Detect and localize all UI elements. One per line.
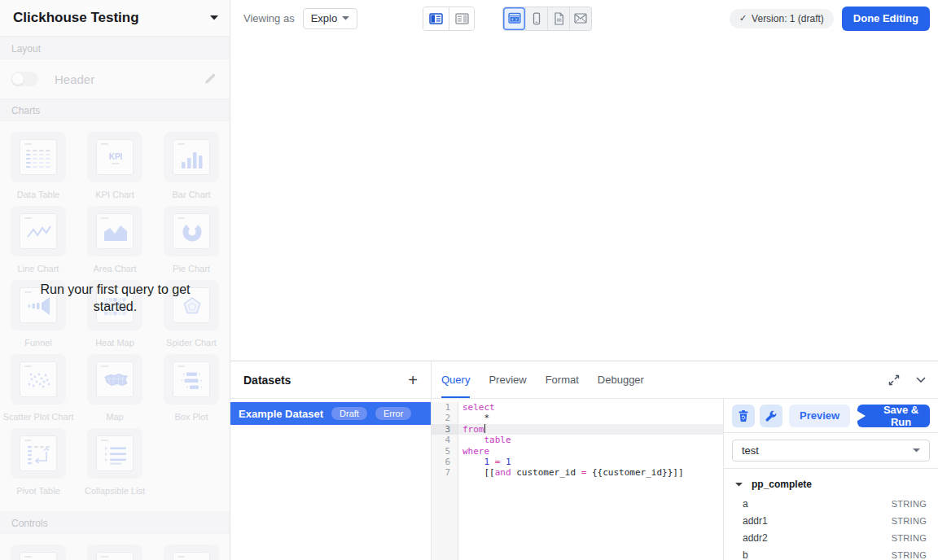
chart-card-control[interactable] — [77, 545, 153, 560]
line-number: 1 — [432, 402, 458, 413]
card-data-table — [11, 132, 66, 182]
charts-grid: Data Table KPI KPI Chart Bar Chart Line … — [0, 121, 230, 502]
viewing-as-label: Viewing as — [243, 12, 295, 24]
save-and-run-button[interactable]: Save & Run — [857, 405, 930, 427]
query-tabbar: QueryPreviewFormatDebugger — [432, 361, 938, 399]
check-icon: ✓ — [739, 13, 747, 24]
panel-right-icon — [455, 12, 469, 25]
pencil-icon[interactable] — [204, 72, 217, 85]
delete-query-button[interactable] — [732, 405, 755, 427]
chart-card-map[interactable]: Map — [77, 354, 153, 428]
header-toggle-label: Header — [55, 72, 204, 86]
format-query-button[interactable] — [760, 405, 782, 427]
schema-column-row[interactable]: b STRING — [735, 546, 927, 560]
preview-button[interactable]: Preview — [789, 405, 850, 427]
dashboard-canvas[interactable] — [230, 37, 938, 361]
column-name: a — [743, 498, 748, 510]
schema-column-row[interactable]: addr2 STRING — [735, 529, 927, 546]
table-select[interactable]: test — [732, 440, 930, 462]
svg-text:KPI: KPI — [109, 152, 123, 161]
dropdown-control-icon — [20, 552, 57, 560]
code-line: 4 table — [432, 435, 723, 445]
play-icon — [857, 411, 866, 421]
chart-card-data-table[interactable]: Data Table — [0, 132, 77, 206]
chart-card-area-chart[interactable]: Area Chart — [77, 206, 153, 280]
collapsible-list-icon — [96, 435, 134, 471]
code-line: 7 [[and customer_id = {{customer_id}}]] — [432, 467, 723, 478]
dropdown-control-icon — [173, 552, 210, 560]
chart-card-control[interactable] — [0, 545, 77, 560]
done-editing-button[interactable]: Done Editing — [842, 7, 930, 31]
expand-panel-icon[interactable] — [888, 361, 901, 398]
text-cursor — [484, 424, 485, 433]
card-control — [11, 545, 66, 560]
schema-column-row[interactable]: addr1 STRING — [735, 512, 927, 529]
datasets-panel: Datasets + Example DatasetDraftError — [230, 361, 432, 560]
charts-section-label: Charts — [0, 98, 230, 121]
viewing-as-select[interactable]: Explo — [303, 8, 358, 29]
panel-left-toggle[interactable] — [423, 7, 449, 30]
pivot-table-icon — [20, 435, 57, 471]
table-select-row: test — [724, 433, 938, 469]
controls-section-label: Controls — [0, 511, 230, 534]
datasets-title: Datasets — [243, 374, 291, 387]
chart-card-pie-chart[interactable]: Pie Chart — [153, 206, 230, 280]
pdf-view-tab[interactable] — [547, 7, 569, 30]
card-funnel — [11, 280, 66, 330]
chart-card-bar-chart[interactable]: Bar Chart — [153, 132, 230, 206]
chart-card-line-chart[interactable]: Line Chart — [0, 206, 77, 280]
card-kpi-chart: KPI — [87, 132, 142, 182]
collapse-panel-icon[interactable] — [915, 361, 927, 398]
schema-column-row[interactable]: a STRING — [735, 495, 927, 512]
layout-section-label: Layout — [0, 37, 230, 59]
caret-down-icon — [913, 448, 920, 453]
tab-preview[interactable]: Preview — [489, 361, 526, 398]
kpi-chart-icon: KPI — [96, 139, 134, 175]
tab-format[interactable]: Format — [546, 361, 579, 398]
chart-card-kpi-chart[interactable]: KPI KPI Chart — [77, 132, 153, 206]
schema-browser: pp_complete a STRINGaddr1 STRINGaddr2 ST… — [724, 469, 938, 560]
schema-columns: a STRINGaddr1 STRINGaddr2 STRINGb STRING — [735, 495, 927, 560]
dataset-item[interactable]: Example DatasetDraftError — [230, 402, 431, 425]
schema-table-header[interactable]: pp_complete — [735, 474, 927, 495]
chart-card-label: Pivot Table — [16, 486, 60, 496]
chart-card-label: Heat Map — [95, 338, 134, 348]
sql-editor[interactable]: 1select2 *3from4 table5where6 1 = 17 [[a… — [432, 399, 723, 560]
column-name: addr1 — [743, 515, 768, 527]
chart-card-spider-chart[interactable]: Spider Chart — [153, 280, 230, 354]
datasets-header: Datasets + — [230, 361, 431, 399]
phone-view-tab[interactable] — [525, 7, 547, 30]
mail-icon — [574, 13, 587, 24]
card-spider-chart — [164, 280, 219, 330]
chart-card-funnel[interactable]: Funnel — [0, 280, 77, 354]
header-toggle[interactable] — [11, 72, 38, 86]
trash-icon — [737, 409, 750, 422]
blank-icon — [96, 552, 134, 560]
line-number: 5 — [432, 446, 458, 457]
dataset-list: Example DatasetDraftError — [230, 399, 431, 425]
chart-card-scatter-plot-chart[interactable]: Scatter Plot Chart — [0, 354, 77, 428]
dashboard-title-menu[interactable]: Clickhouse Testing — [0, 0, 230, 37]
chart-card-heat-map[interactable]: Heat Map — [77, 280, 153, 354]
card-map — [87, 354, 142, 405]
card-box-plot — [164, 354, 219, 405]
version-badge[interactable]: ✓ Version: 1 (draft) — [730, 9, 834, 28]
chart-card-pivot-table[interactable]: Pivot Table — [0, 428, 77, 502]
tab-query[interactable]: Query — [441, 361, 470, 398]
add-dataset-button[interactable]: + — [408, 372, 418, 388]
chart-card-collapsible-list[interactable]: Collapsible List — [77, 428, 153, 502]
panel-right-toggle[interactable] — [449, 7, 474, 30]
embed-view-tab[interactable] — [503, 7, 525, 30]
card-pie-chart — [164, 206, 219, 256]
chart-card-label: Line Chart — [18, 264, 59, 273]
chart-card-box-plot[interactable]: Box Plot — [153, 354, 230, 428]
pie-chart-icon — [173, 213, 210, 249]
mail-view-tab[interactable] — [569, 7, 591, 30]
tab-debugger[interactable]: Debugger — [598, 361, 644, 398]
chart-card-label: Scatter Plot Chart — [3, 412, 74, 422]
chart-card-control[interactable] — [153, 545, 230, 560]
line-number: 3 — [432, 424, 458, 435]
column-type: STRING — [892, 533, 927, 543]
column-type: STRING — [892, 516, 927, 526]
query-panel: QueryPreviewFormatDebugger 1select2 *3fr… — [432, 361, 938, 560]
